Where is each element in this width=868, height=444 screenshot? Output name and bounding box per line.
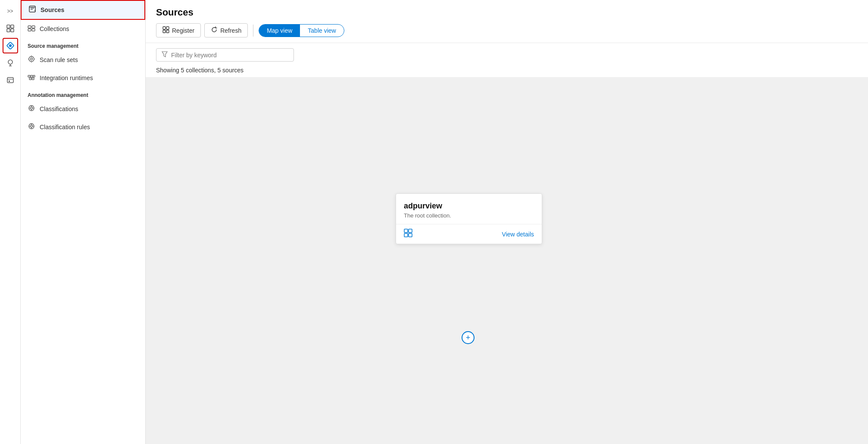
svg-point-31 [31, 107, 33, 109]
expand-sidebar-button[interactable]: >> [3, 3, 18, 19]
insights-rail-icon[interactable] [3, 55, 18, 71]
refresh-button[interactable]: Refresh [204, 23, 248, 37]
svg-rect-2 [7, 29, 10, 32]
map-area[interactable]: adpurview The root collection. View deta… [146, 77, 868, 444]
card-name: adpurview [404, 202, 534, 211]
table-view-button[interactable]: Table view [300, 25, 343, 37]
management-rail-icon[interactable] [3, 72, 18, 88]
svg-rect-25 [28, 75, 30, 77]
svg-rect-18 [32, 29, 35, 31]
svg-rect-1 [11, 25, 14, 28]
sidebar-item-integration-runtimes[interactable]: Integration runtimes [21, 69, 145, 87]
svg-point-5 [9, 44, 12, 47]
svg-rect-47 [404, 229, 408, 233]
toolbar: Register Refresh Map view Table view [156, 23, 858, 37]
collections-icon [28, 24, 35, 34]
svg-rect-15 [28, 26, 31, 28]
classifications-icon [28, 104, 35, 114]
integration-runtimes-icon [28, 73, 35, 83]
sources-icon [28, 5, 36, 15]
annotation-management-title: Annotation management [21, 87, 145, 100]
showing-text: Showing 5 collections, 5 sources [146, 67, 868, 77]
collections-rail-icon[interactable] [3, 21, 18, 36]
svg-rect-0 [7, 25, 10, 28]
purview-rail-icon[interactable] [3, 38, 18, 53]
filter-icon [162, 51, 168, 59]
source-management-title: Source management [21, 38, 145, 51]
svg-rect-17 [28, 29, 31, 31]
card-description: The root collection. [404, 212, 534, 219]
classification-rules-icon [28, 122, 35, 132]
svg-point-19 [29, 56, 34, 62]
refresh-label: Refresh [220, 27, 241, 34]
scan-rule-sets-label: Scan rule sets [40, 56, 78, 63]
svg-rect-48 [409, 229, 412, 233]
svg-point-20 [31, 58, 33, 60]
svg-rect-11 [9, 81, 10, 82]
svg-point-37 [31, 125, 33, 127]
svg-rect-9 [7, 78, 13, 83]
svg-rect-16 [32, 26, 35, 28]
integration-runtimes-label: Integration runtimes [40, 75, 93, 81]
card-grid-icon [404, 229, 412, 239]
svg-rect-29 [32, 78, 34, 80]
sidebar-item-collections[interactable]: Collections [21, 20, 145, 38]
svg-rect-42 [163, 27, 165, 29]
svg-rect-45 [166, 30, 169, 33]
card-bottom: View details [396, 224, 542, 244]
svg-rect-27 [33, 75, 35, 77]
main-content: Sources Register [146, 0, 868, 444]
svg-rect-12 [29, 6, 35, 12]
toolbar-divider [253, 25, 253, 37]
map-view-button[interactable]: Map view [259, 25, 300, 37]
view-details-link[interactable]: View details [502, 231, 534, 238]
classifications-label: Classifications [40, 106, 78, 112]
view-toggle: Map view Table view [259, 24, 344, 37]
svg-rect-44 [163, 30, 165, 33]
classification-rules-label: Classification rules [40, 124, 90, 130]
svg-rect-43 [166, 27, 169, 29]
filter-bar [146, 43, 868, 67]
main-header: Sources Register [146, 0, 868, 43]
collections-label: Collections [40, 25, 69, 32]
sidebar-item-classifications[interactable]: Classifications [21, 100, 145, 118]
sidebar-item-sources[interactable]: Sources [21, 0, 145, 20]
svg-rect-26 [31, 75, 33, 77]
register-label: Register [172, 27, 194, 34]
refresh-icon [211, 26, 218, 34]
expand-plus-button[interactable]: + [462, 331, 475, 344]
sidebar-item-scan-rule-sets[interactable]: Scan rule sets [21, 51, 145, 69]
card-top: adpurview The root collection. [396, 194, 542, 224]
svg-rect-50 [409, 233, 412, 237]
collection-card: adpurview The root collection. View deta… [396, 193, 542, 244]
filter-input-wrap [156, 48, 294, 62]
filter-input[interactable] [171, 52, 288, 59]
icon-rail: >> [0, 0, 21, 444]
register-button[interactable]: Register [156, 23, 201, 37]
register-icon [162, 26, 169, 34]
scan-rule-sets-icon [28, 55, 35, 65]
svg-marker-46 [162, 52, 167, 57]
svg-rect-3 [11, 29, 14, 32]
sidebar-item-classification-rules[interactable]: Classification rules [21, 118, 145, 136]
sources-label: Sources [41, 6, 64, 13]
svg-point-6 [8, 60, 12, 64]
svg-rect-49 [404, 233, 408, 237]
sidebar: Sources Collections Source management [21, 0, 146, 444]
page-title: Sources [156, 7, 858, 18]
svg-rect-28 [29, 78, 31, 80]
